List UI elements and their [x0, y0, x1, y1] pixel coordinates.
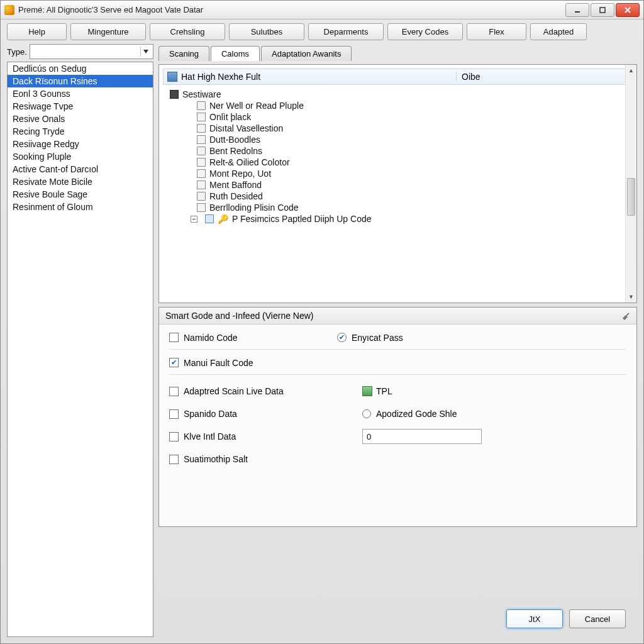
tree-branch-label: P Fesimcics Paptled Diiph Up Code [232, 214, 372, 224]
sidebar-item[interactable]: Resinment of Gloum [8, 201, 153, 213]
tree-branch[interactable]: 🔑 P Fesimcics Paptled Diiph Up Code [165, 213, 630, 225]
item-icon [197, 135, 206, 144]
tree-node-label: Ruth Desided [209, 191, 263, 201]
tree-root[interactable]: Sestiware [165, 89, 630, 100]
item-icon [197, 101, 206, 110]
tree-node-label: Disıtal Vasellestion [209, 123, 283, 133]
package-icon [205, 214, 214, 223]
right-column: Scaning Caloms Adaptation Awanits Hat Hi… [158, 44, 637, 637]
sidebar-item[interactable]: Resive Boule Sage [8, 188, 153, 201]
tree-root-label: Sestiware [182, 89, 221, 99]
toolbar-adapted[interactable]: Adapted [530, 23, 587, 40]
tree-node-label: Mont Repo, Uot [209, 169, 271, 179]
tree-header-title: Hat High Nexhe Fult [181, 72, 260, 82]
sidebar-item[interactable]: Dedlicús on Sedug [8, 62, 153, 75]
suatimothip-checkbox[interactable] [169, 455, 179, 464]
tree-node[interactable]: Ner Well or Read Pluple [165, 100, 630, 111]
expander-icon[interactable] [191, 216, 197, 223]
form-header: Smart Gode and -Infeed (Vierne New) [159, 308, 636, 325]
tpl-group: TPL [362, 386, 626, 396]
sidebar-item[interactable]: Recing Tryde [8, 125, 153, 138]
ok-button[interactable]: JtX [506, 609, 563, 628]
sidebar-item[interactable]: Active Cant-of Darcıol [8, 163, 153, 175]
vertical-scrollbar[interactable]: ▲ ▼ [625, 65, 636, 303]
manui-checkbox[interactable] [169, 358, 179, 367]
klve-label: Klve Intl Data [184, 431, 236, 441]
tree-node[interactable]: Disıtal Vasellestion [165, 123, 630, 134]
toolbar-sulutbes[interactable]: Sulutbes [229, 23, 304, 40]
spanido-checkbox[interactable] [169, 409, 179, 419]
tree-node-label: Ment Baffond [209, 180, 262, 190]
row-suatimothip: Suatimothip Salt [169, 450, 626, 468]
apodized-radio[interactable] [362, 409, 371, 418]
maximize-button[interactable] [591, 3, 614, 17]
toolbar-every-codes[interactable]: Every Codes [387, 23, 463, 40]
item-icon [197, 147, 206, 155]
main-toolbar: Help Mingenture Crehsling Sulutbes Depar… [1, 19, 643, 44]
sidebar-item[interactable]: Dack Rïsonun Rsines [8, 75, 153, 87]
scroll-up-icon[interactable]: ▲ [626, 65, 636, 76]
adaptred-checkbox[interactable] [169, 387, 179, 396]
tree-node-label: Ner Well or Read Pluple [209, 101, 304, 111]
item-icon [197, 124, 206, 133]
tree-body[interactable]: Sestiware Ner Well or Read PlupleOnlìt þ… [163, 85, 633, 299]
scroll-down-icon[interactable]: ▼ [626, 291, 636, 303]
sidebar-item[interactable]: Eonl 3 Gounss [8, 87, 153, 100]
tree-header-right[interactable]: Oibe [456, 72, 632, 82]
tree-node[interactable]: Relt-& Oilied Colotor [165, 157, 630, 168]
tree-node[interactable]: Berrlloding Plisin Code [165, 202, 630, 213]
item-icon [197, 169, 206, 178]
cancel-button[interactable]: Cancel [569, 609, 626, 628]
tree-node-label: Dutt-Boodles [209, 135, 260, 145]
toolbar-crehsling[interactable]: Crehsling [150, 23, 225, 40]
type-combobox[interactable] [30, 44, 153, 59]
klve-checkbox[interactable] [169, 432, 179, 441]
sidebar-item[interactable]: Resiwage Tvpe [8, 100, 153, 113]
item-icon [197, 203, 206, 212]
type-row: Type. [7, 44, 153, 59]
enycat-checkbox[interactable] [337, 333, 347, 342]
chevron-down-icon [140, 47, 150, 57]
tree-node[interactable]: Ruth Desided [165, 191, 630, 202]
tree-node[interactable]: Ment Baffond [165, 179, 630, 191]
suatimothip-label: Suatimothip Salt [184, 454, 248, 464]
titlebar: Premé: All Dignootic'3 Serve ed Magoot V… [1, 1, 643, 19]
namido-checkbox[interactable] [169, 333, 179, 342]
tab-scaning[interactable]: Scaning [158, 46, 209, 61]
tree-node-label: Berrlloding Plisin Code [209, 203, 299, 213]
sidebar-item[interactable]: Sooking Pluple [8, 150, 153, 163]
toolbar-help[interactable]: Help [7, 23, 67, 40]
tree-node[interactable]: Mont Repo, Uot [165, 168, 630, 179]
tree-node-label: Relt-& Oilied Colotor [209, 157, 290, 167]
minimize-button[interactable] [565, 3, 589, 17]
tab-adaptation[interactable]: Adaptation Awanits [261, 46, 352, 61]
apodized-group: Apodized Gode Shle [362, 409, 626, 419]
row-manui: Manui Fault Code [169, 357, 626, 375]
item-icon [197, 180, 206, 189]
klve-input[interactable] [362, 429, 482, 444]
svg-rect-1 [600, 8, 605, 13]
row-spanido: Spanido Data Apodized Gode Shle [169, 405, 626, 423]
tree-node[interactable]: Dutt-Boodles [165, 134, 630, 145]
tree-node-label: Onlìt þlack [209, 112, 251, 122]
pin-icon[interactable] [621, 311, 630, 320]
sidebar-item[interactable]: Resiivage Redgy [8, 138, 153, 150]
enycat-group: Enyıcat Pass [337, 333, 626, 343]
klve-input-group [362, 429, 626, 444]
sidebar-list[interactable]: Dedlicús on SedugDack Rïsonun RsinesEonl… [7, 62, 153, 637]
enycat-label: Enyıcat Pass [352, 333, 403, 343]
toolbar-deparments[interactable]: Deparments [308, 23, 384, 40]
toolbar-mingenture[interactable]: Mingenture [70, 23, 146, 40]
tree-node[interactable]: Onlìt þlack [165, 111, 630, 123]
scroll-thumb[interactable] [627, 178, 635, 216]
close-button[interactable] [616, 3, 640, 17]
tab-caloms[interactable]: Caloms [211, 46, 260, 61]
sidebar-item[interactable]: Resive Onals [8, 113, 153, 125]
tree-header: Hat High Nexhe Fult Oibe [163, 69, 633, 85]
row-top: Namido Code Enyıcat Pass [169, 332, 626, 350]
tree-header-left[interactable]: Hat High Nexhe Fult [164, 72, 456, 82]
sidebar-item[interactable]: Resivate Mote Bicile [8, 175, 153, 188]
tree-node[interactable]: Bent Redolns [165, 145, 630, 157]
row-klve: Klve Intl Data [169, 428, 626, 445]
toolbar-flex[interactable]: Flex [467, 23, 526, 40]
